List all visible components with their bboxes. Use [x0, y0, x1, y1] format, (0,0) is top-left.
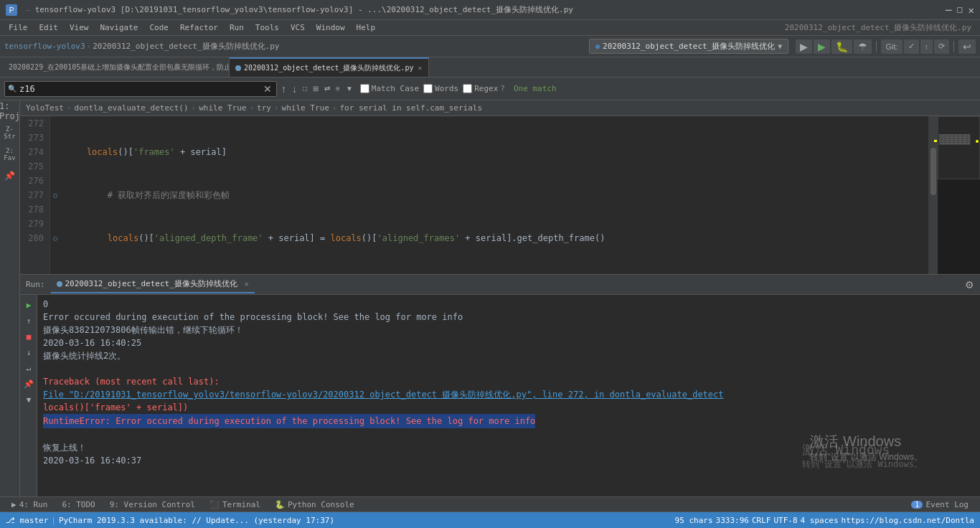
run-pin-button[interactable]: 📌	[22, 377, 36, 391]
run-button[interactable]: ▶	[814, 39, 830, 54]
run-output[interactable]: 0 Error occured during execution of the …	[37, 295, 980, 496]
vcs-history-button[interactable]: ⟳	[934, 39, 949, 54]
build-button[interactable]: ▶	[796, 39, 812, 54]
tab-file2[interactable]: 20200312_object_detect_摄像头防掉线优化.py ✕	[230, 57, 429, 77]
run-filter-button[interactable]: ▼	[22, 392, 36, 407]
search-inselection-button[interactable]: ≡	[334, 85, 341, 93]
git-status[interactable]: ⎇ master	[6, 516, 48, 525]
menu-help[interactable]: Help	[351, 22, 382, 34]
debug-button[interactable]: 🐛	[831, 39, 852, 54]
terminal-icon: ⬛	[209, 500, 220, 509]
breadcrumb-project[interactable]: tensorflow-yolov3	[4, 42, 85, 51]
search-expand-button[interactable]: □	[301, 85, 308, 93]
search-prev-button[interactable]: ↑	[280, 83, 288, 95]
bottom-tab-vcs[interactable]: 9: Version Control	[104, 499, 201, 511]
code-content[interactable]: locals()['frames' + serial] # 获取对齐后的深度帧和…	[60, 116, 928, 274]
file-tab-bar: 20200229_在200105基础上增加摄像头配置全部包裹无限循环，防止摄像头…	[0, 57, 980, 77]
output-file-link[interactable]: File "D:/20191031_tensorflow_yolov3/tens…	[43, 390, 724, 400]
sidebar-icon-favorites[interactable]: 2:Fav	[2, 146, 18, 162]
status-url[interactable]: https://blog.csdn.net/Dontla	[842, 516, 974, 525]
bottom-tab-run[interactable]: ▶ 4: Run	[6, 499, 53, 511]
search-wrap-button[interactable]: ⇄	[323, 85, 331, 93]
toolbar-divider	[876, 41, 877, 52]
commit-button[interactable]: ✓	[904, 39, 919, 54]
tab-file1[interactable]: 20200229_在200105基础上增加摄像头配置全部包裹无限循环，防止摄像头…	[0, 57, 230, 77]
minimize-button[interactable]: ─	[946, 5, 951, 15]
output-traceback-header: Traceback (most recent call last):	[43, 377, 220, 387]
regex-label: Regex	[474, 84, 498, 93]
search-next-button[interactable]: ↓	[291, 83, 298, 95]
editor-scrollbar[interactable]	[928, 116, 937, 274]
run-restart-button[interactable]: ▶	[22, 298, 36, 312]
status-encoding[interactable]: UTF-8	[773, 516, 797, 525]
bc-while1[interactable]: while True	[199, 103, 246, 113]
match-case-option[interactable]: Match Case	[360, 84, 419, 93]
breadcrumb-file[interactable]: 20200312_object_detect_摄像头防掉线优化.py	[93, 41, 279, 52]
menu-edit[interactable]: Edit	[34, 22, 65, 34]
menu-file[interactable]: File	[3, 22, 34, 34]
menu-tools[interactable]: Tools	[250, 22, 285, 34]
search-input[interactable]	[19, 84, 260, 94]
regex-help-icon[interactable]: ?	[500, 84, 505, 93]
tab-file2-close[interactable]: ✕	[418, 64, 423, 72]
menu-view[interactable]: View	[64, 22, 95, 34]
bottom-tab-terminal[interactable]: ⬛ Terminal	[204, 499, 266, 511]
menu-window[interactable]: Window	[311, 22, 351, 34]
gutter-item-3	[50, 145, 60, 159]
run-config-selector[interactable]: ● 20200312_object_detect_摄像头防掉线优化 ▼	[589, 39, 788, 54]
scrollbar-thumb[interactable]	[930, 148, 936, 195]
output-recover-line: 恢复上线！	[43, 443, 86, 453]
vcs-update-button[interactable]: Git:	[881, 39, 902, 54]
search-filter-button[interactable]: ▼	[344, 85, 354, 93]
push-button[interactable]: ↑	[920, 39, 933, 54]
run-tab-close[interactable]: ✕	[245, 280, 249, 288]
run-scroll-up-button[interactable]: ↑	[22, 314, 36, 328]
output-timestamp-2: 2020-03-16 16:40:37	[43, 456, 141, 466]
regex-option[interactable]: Regex ?	[463, 84, 505, 93]
menu-navigate[interactable]: Navigate	[95, 22, 144, 34]
status-chars[interactable]: 95 chars	[675, 516, 713, 525]
match-case-checkbox[interactable]	[360, 84, 369, 93]
bc-yolotest[interactable]: YoloTest	[26, 103, 64, 113]
gutter-item-2	[50, 131, 60, 145]
status-line-ending[interactable]: CRLF	[752, 516, 771, 525]
bc-for[interactable]: for serial in self.cam_serials	[339, 103, 482, 113]
tab-file1-label: 20200229_在200105基础上增加摄像头配置全部包裹无限循环，防止摄像头…	[9, 62, 230, 72]
menu-run[interactable]: Run	[224, 22, 250, 34]
bc-method[interactable]: dontla_evaluate_detect()	[75, 103, 189, 113]
output-line-4: 2020-03-16 16:40:25	[43, 338, 141, 348]
sidebar-icon-project[interactable]: 1:Proj	[2, 103, 18, 119]
search-clear-button[interactable]: ✕	[262, 83, 273, 95]
run-stop-button[interactable]: ■	[22, 329, 36, 344]
close-button[interactable]: ✕	[969, 5, 974, 15]
status-indent[interactable]: 4 spaces	[801, 516, 839, 525]
run-scroll-down-button[interactable]: ↓	[22, 345, 36, 359]
words-checkbox[interactable]	[423, 84, 433, 93]
bc-try[interactable]: try	[257, 103, 271, 113]
run-panel-tab[interactable]: 20200312_object_detect_摄像头防掉线优化 ✕	[51, 275, 255, 293]
maximize-button[interactable]: □	[957, 5, 962, 15]
status-position[interactable]: 3333:96	[716, 516, 749, 525]
bc-while2[interactable]: while True	[282, 103, 329, 113]
bottom-tab-event-log[interactable]: 1 Event Log	[905, 499, 974, 511]
run-settings-button[interactable]: ⚙	[965, 279, 974, 291]
bottom-tab-python-console[interactable]: 🐍 Python Console	[269, 499, 360, 511]
menu-refactor[interactable]: Refactor	[174, 22, 224, 34]
menu-vcs[interactable]: VCS	[285, 22, 311, 34]
search-input-wrapper: 🔍 ✕	[4, 81, 277, 97]
undo-button[interactable]: ↩	[958, 39, 976, 54]
regex-checkbox[interactable]	[463, 84, 472, 93]
output-locals-line: locals()['frames' + serial])	[43, 402, 188, 412]
coverage-button[interactable]: ☂	[854, 39, 872, 54]
output-line-5: 摄像头统计掉线2次。	[43, 351, 126, 361]
output-line-1: 0	[43, 299, 48, 309]
menu-code[interactable]: Code	[143, 22, 174, 34]
search-multiline-button[interactable]: ⊞	[311, 85, 320, 93]
run-softwrap-button[interactable]: ↵	[22, 361, 36, 375]
sidebar-pin-icon[interactable]: 📌	[2, 168, 18, 184]
bottom-tab-todo[interactable]: 6: TODO	[56, 499, 100, 511]
code-line-272: locals()['frames' + serial]	[66, 145, 923, 159]
sidebar-icon-structure[interactable]: Z-Str	[2, 125, 18, 141]
vcs-tab-text: 9: Version Control	[110, 500, 195, 509]
words-option[interactable]: Words	[423, 84, 458, 93]
